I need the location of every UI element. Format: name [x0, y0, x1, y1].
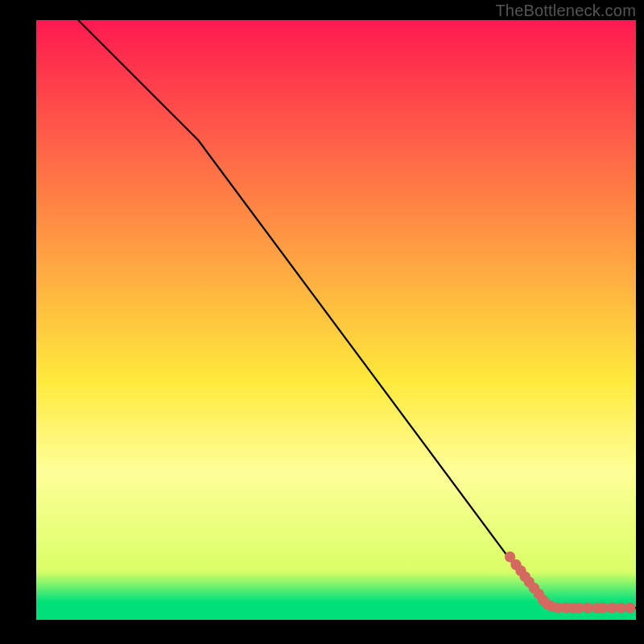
plot-svg	[36, 20, 636, 620]
watermark-text: TheBottleneck.com	[495, 2, 636, 20]
gradient-background	[36, 20, 636, 620]
chart-frame: TheBottleneck.com	[0, 0, 644, 644]
data-point	[625, 602, 635, 613]
plot-area	[36, 20, 636, 620]
